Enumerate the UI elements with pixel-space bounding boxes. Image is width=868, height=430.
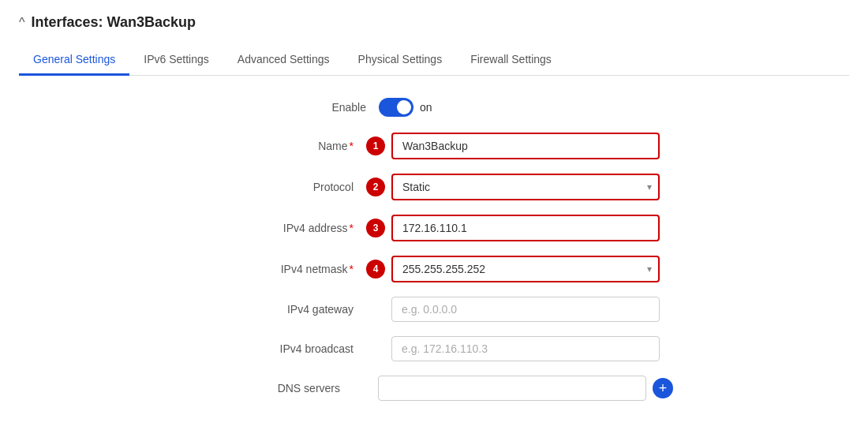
name-input[interactable] (391, 133, 660, 159)
ipv4-netmask-row: IPv4 netmask* 4 255.255.255.252 ▾ (19, 256, 849, 282)
dns-servers-input-col (378, 376, 646, 401)
ipv4-broadcast-label: IPv4 broadcast (208, 342, 366, 355)
ipv4-netmask-label: IPv4 netmask* (208, 263, 366, 275)
page-title: Interfaces: Wan3Backup (32, 14, 196, 31)
enable-label: Enable (221, 101, 379, 114)
ipv4-address-input-wrapper: 3 (366, 215, 660, 241)
page-wrapper: ^ Interfaces: Wan3Backup General Setting… (0, 0, 868, 430)
ipv4-gateway-input[interactable] (391, 297, 660, 322)
ipv4-gateway-label: IPv4 gateway (208, 303, 366, 316)
tab-physical-settings[interactable]: Physical Settings (344, 45, 457, 76)
ipv4-address-input-col (391, 215, 660, 241)
ipv4-address-input[interactable] (391, 215, 660, 241)
ipv4-netmask-select[interactable]: 255.255.255.252 (391, 256, 660, 282)
tabs-bar: General Settings IPv6 Settings Advanced … (19, 45, 849, 76)
protocol-label: Protocol (208, 181, 366, 193)
enable-row: Enable on (19, 98, 849, 117)
tab-ipv6-settings[interactable]: IPv6 Settings (129, 45, 223, 76)
name-row: Name* 1 (19, 133, 849, 159)
collapse-icon[interactable]: ^ (19, 16, 25, 30)
ipv4-broadcast-row: IPv4 broadcast (19, 336, 849, 361)
dns-servers-input[interactable] (378, 376, 646, 401)
dns-servers-label: DNS servers (195, 382, 353, 394)
badge-2: 2 (366, 178, 385, 196)
dns-servers-row: DNS servers + (19, 376, 849, 401)
protocol-input-wrapper: 2 Static ▾ (366, 174, 660, 200)
ipv4-gateway-row: IPv4 gateway (19, 297, 849, 322)
badge-1: 1 (366, 136, 385, 155)
ipv4-netmask-input-col: 255.255.255.252 ▾ (391, 256, 660, 282)
ipv4-netmask-select-wrapper: 255.255.255.252 ▾ (391, 256, 660, 282)
tab-firewall-settings[interactable]: Firewall Settings (456, 45, 566, 76)
ipv4-gateway-input-col (391, 297, 660, 322)
add-dns-button[interactable]: + (653, 378, 673, 398)
form-area: Enable on Name* 1 Protocol 2 (19, 98, 849, 401)
ipv4-gateway-input-wrapper (366, 297, 660, 322)
protocol-input-col: Static ▾ (391, 174, 660, 200)
toggle-area: on (379, 98, 647, 117)
protocol-row: Protocol 2 Static ▾ (19, 174, 849, 200)
toggle-on-text: on (420, 101, 432, 114)
ipv4-netmask-input-wrapper: 4 255.255.255.252 ▾ (366, 256, 660, 282)
tab-advanced-settings[interactable]: Advanced Settings (223, 45, 344, 76)
ipv4-broadcast-input[interactable] (391, 336, 660, 361)
tab-general-settings[interactable]: General Settings (19, 45, 129, 76)
badge-4: 4 (366, 260, 385, 279)
dns-servers-input-wrapper: + (353, 376, 673, 401)
ipv4-address-row: IPv4 address* 3 (19, 215, 849, 241)
protocol-select[interactable]: Static (391, 174, 660, 200)
ipv4-broadcast-input-col (391, 336, 660, 361)
name-input-col (391, 133, 660, 159)
ipv4-address-label: IPv4 address* (208, 222, 366, 234)
badge-3: 3 (366, 219, 385, 237)
protocol-select-wrapper: Static ▾ (391, 174, 660, 200)
name-input-wrapper: 1 (366, 133, 660, 159)
name-label: Name* (208, 140, 366, 152)
enable-toggle[interactable] (379, 98, 413, 117)
ipv4-broadcast-input-wrapper (366, 336, 660, 361)
page-header: ^ Interfaces: Wan3Backup (19, 14, 849, 31)
